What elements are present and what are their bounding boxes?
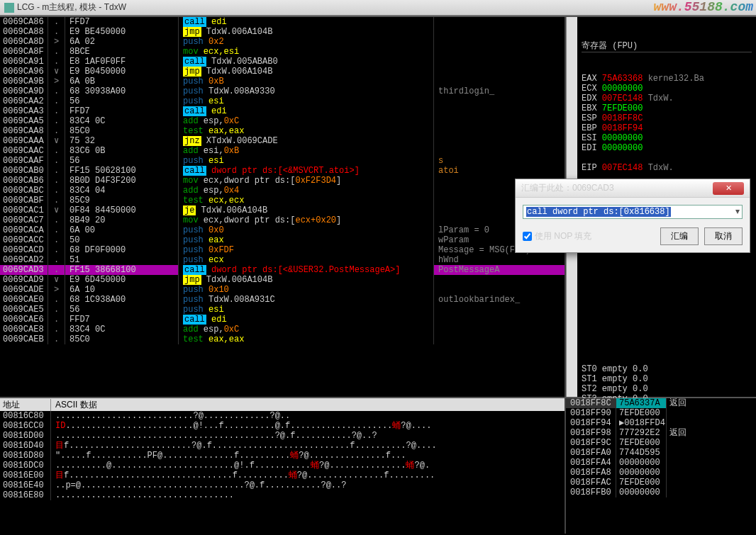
disasm-row[interactable]: 0069CABC.83C4 04add esp,0x4 <box>0 186 565 196</box>
assemble-dialog[interactable]: 汇编于此处：0069CAD3 ✕ ▾ call dword ptr ds:[0x… <box>515 179 750 253</box>
disasm-row[interactable]: 0069CAC7.8B49 20mov ecx,dword ptr ds:[ec… <box>0 215 565 225</box>
disasm-row[interactable]: 0069CAE5.56push esi <box>0 305 565 315</box>
disasm-row[interactable]: 0069CADE>6A 10push 0x10 <box>0 285 565 295</box>
disasm-row[interactable]: 0069CAE0.68 1C938A00push TdxW.008A931Cou… <box>0 295 565 305</box>
assemble-button[interactable]: 汇编 <box>660 227 699 245</box>
stack-row[interactable]: 0018FFAC7EFDE000 <box>566 478 756 488</box>
disasm-row[interactable]: 0069CACA.6A 00push 0x0lParam = 0 <box>0 225 565 235</box>
disasm-row[interactable]: 0069CA8F.8BCEmov ecx,esi <box>0 47 565 57</box>
memory-dump-panel[interactable]: 地址 ASCII 数据 00816C80....................… <box>0 398 566 534</box>
disasm-row[interactable]: 0069CA8D>6A 02push 0x2 <box>0 37 565 47</box>
disasm-row[interactable]: 0069CAA5.83C4 0Cadd esp,0xC <box>0 116 565 126</box>
disasm-row[interactable]: 0069CAE8.83C4 0Cadd esp,0xC <box>0 325 565 334</box>
dump-row[interactable]: 00816D40目f........................?@.f..… <box>0 441 565 451</box>
dump-col-ascii: ASCII 数据 <box>51 399 565 411</box>
dump-row[interactable]: 00816CC0ID.........................@!...… <box>0 421 565 431</box>
dropdown-icon[interactable]: ▾ <box>735 206 740 216</box>
disasm-row[interactable]: 0069CAAC.83C6 0Badd esi,0xB <box>0 146 565 156</box>
disasm-row[interactable]: 0069CABF.85C9test ecx,ecx <box>0 196 565 205</box>
stack-row[interactable]: 0018FF98777292E2返回 <box>566 428 756 438</box>
nop-fill-check[interactable] <box>523 232 532 241</box>
disasm-row[interactable]: 0069CA96∨E9 B0450000jmp TdxW.006A104B <box>0 67 565 77</box>
dump-row[interactable]: 00816D00................................… <box>0 431 565 441</box>
disasm-row[interactable]: 0069CA91.E8 1AF0F0FFcall TdxW.005ABAB0 <box>0 57 565 67</box>
stack-row[interactable]: 0018FF8C75A6337A返回 <box>566 398 756 408</box>
disasm-row[interactable]: 0069CAD3.FF15 38668100call dword ptr ds:… <box>0 265 565 275</box>
dump-col-addr: 地址 <box>0 399 51 411</box>
window-title: LCG - m主线程, 模块 - TdxW <box>17 1 126 13</box>
window-titlebar[interactable]: LCG - m主线程, 模块 - TdxW <box>0 0 756 16</box>
registers-title: 寄存器 (FPU) <box>582 40 752 52</box>
disasm-row[interactable]: 0069CA9B>6A 0Bpush 0xB <box>0 77 565 86</box>
dump-header: 地址 ASCII 数据 <box>0 398 565 411</box>
dump-row[interactable]: 00816DC0..........@.....................… <box>0 461 565 471</box>
disasm-row[interactable]: 0069CAE6.FFD7call edi <box>0 315 565 325</box>
nop-fill-checkbox[interactable]: 使用 NOP 填充 <box>523 230 655 242</box>
stack-panel[interactable]: 0018FF8C75A6337A返回0018FF907EFDE0000018FF… <box>566 398 756 534</box>
disasm-row[interactable]: 0069CACC.50push eaxwParam <box>0 235 565 245</box>
disasm-row[interactable]: 0069CACD.68 DF0F0000push 0xFDFMessage = … <box>0 245 565 255</box>
disasm-row[interactable]: 0069CAD9∨E9 6D450000jmp TdxW.006A104B <box>0 275 565 285</box>
disasm-row[interactable]: 0069CAAF.56push esis <box>0 156 565 166</box>
disasm-row[interactable]: 0069CAA2.56push esi <box>0 96 565 106</box>
stack-row[interactable]: 0018FFB000000000 <box>566 488 756 497</box>
disasm-row[interactable]: 0069CAC1∨0F84 84450000je TdxW.006A104B <box>0 205 565 215</box>
app-icon <box>4 3 14 13</box>
stack-row[interactable]: 0018FF907EFDE000 <box>566 408 756 418</box>
stack-row[interactable]: 0018FFA800000000 <box>566 468 756 478</box>
dump-row[interactable]: 00816E80................................… <box>0 490 565 500</box>
disasm-row[interactable]: 0069CAEB.85C0test eax,eax <box>0 334 565 344</box>
dump-row[interactable]: 00816C80...........................?@...… <box>0 411 565 421</box>
dump-row[interactable]: 00816D80".....f...........PF@...........… <box>0 451 565 461</box>
stack-row[interactable]: 0018FF9C7EFDE000 <box>566 438 756 448</box>
disasm-row[interactable]: 0069CAD2.51push ecxhWnd <box>0 255 565 265</box>
disassembly-panel[interactable]: 0069CA86.FFD7call edi0069CA88.E9 BE45000… <box>0 17 566 397</box>
cancel-button[interactable]: 取消 <box>704 227 743 245</box>
disasm-row[interactable]: 0069CA9D.68 30938A00push TdxW.008A9330th… <box>0 86 565 96</box>
disasm-row[interactable]: 0069CAB0.FF15 50628100call dword ptr ds:… <box>0 166 565 176</box>
dialog-close-button[interactable]: ✕ <box>713 182 744 195</box>
stack-row[interactable]: 0018FF94▶0018FFD4 <box>566 418 756 428</box>
disasm-row[interactable]: 0069CA88.E9 BE450000jmp TdxW.006A104B <box>0 27 565 37</box>
dialog-title: 汇编于此处：0069CAD3 <box>521 182 614 194</box>
dialog-titlebar[interactable]: 汇编于此处：0069CAD3 ✕ <box>516 179 750 198</box>
dump-row[interactable]: 00816E00目f..............................… <box>0 471 565 480</box>
watermark: www.55188.com <box>654 0 753 14</box>
dump-row[interactable]: 00816E40..p=@...........................… <box>0 480 565 490</box>
stack-row[interactable]: 0018FFA07744D595 <box>566 448 756 458</box>
assemble-input[interactable] <box>523 205 743 219</box>
disasm-row[interactable]: 0069CA86.FFD7call edi <box>0 17 565 27</box>
stack-row[interactable]: 0018FFA400000000 <box>566 458 756 468</box>
disasm-row[interactable]: 0069CAA8.85C0test eax,eax <box>0 126 565 136</box>
disasm-row[interactable]: 0069CAA3.FFD7call edi <box>0 106 565 116</box>
disasm-row[interactable]: 0069CAB6.8B0D D4F3F200mov ecx,dword ptr … <box>0 176 565 186</box>
disasm-row[interactable]: 0069CAAA∨75 32jnz XTdxW.0069CADE <box>0 136 565 146</box>
